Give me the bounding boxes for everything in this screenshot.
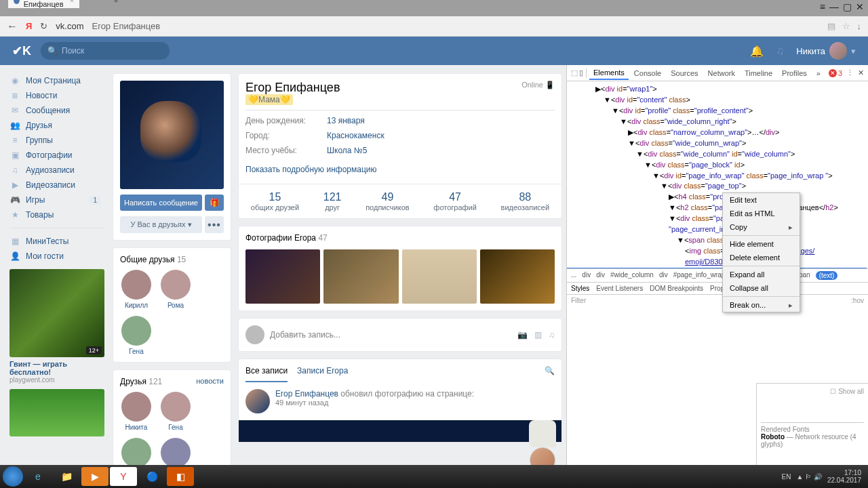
tab-network[interactable]: Network	[704, 67, 739, 79]
menu-icon[interactable]: ≡	[820, 1, 825, 12]
inspect-icon[interactable]: ⬚	[571, 68, 578, 77]
devtools-menu-icon[interactable]: ⋮	[846, 68, 854, 77]
show-more-link[interactable]: Показать подробную информацию	[245, 165, 555, 174]
tab-user-posts[interactable]: Записи Егора	[297, 366, 348, 382]
ctx-delete[interactable]: Delete element	[723, 251, 800, 264]
search-input[interactable]: 🔍 Поиск	[41, 42, 170, 60]
post-input-card[interactable]: Добавить запись... 📷 ▥ ♫	[238, 318, 562, 352]
counter-item[interactable]: 15общих друзей	[251, 191, 299, 211]
ad-image[interactable]: 12+	[9, 269, 104, 357]
profile-photo[interactable]	[120, 81, 224, 189]
ctx-expand[interactable]: Expand all	[723, 268, 800, 281]
counter-item[interactable]: 49подписчиков	[366, 191, 410, 211]
tab-more[interactable]: »	[812, 67, 825, 79]
info-value[interactable]: Школа №5	[327, 146, 367, 155]
media-icon[interactable]: ▶	[81, 467, 108, 486]
ya-icon[interactable]: Я	[26, 21, 32, 31]
counter-item[interactable]: 47фотографий	[433, 191, 477, 211]
sidebar-item[interactable]: 👤Мои гости	[9, 249, 104, 264]
sidebar-item[interactable]: 🎮Игры1	[9, 192, 104, 207]
download-icon[interactable]: ↓	[857, 21, 862, 31]
ad-title[interactable]: Гвинт — играть бесплатно!	[9, 360, 104, 376]
tab-elements[interactable]: Elements	[589, 66, 629, 80]
lock-icon[interactable]: ▤	[827, 21, 835, 31]
minimize-icon[interactable]: —	[829, 1, 839, 12]
close-icon[interactable]: ✕	[856, 1, 864, 12]
music-icon[interactable]: ♫	[549, 330, 555, 340]
assistant-bubble[interactable]	[529, 420, 556, 447]
tab-console[interactable]: Console	[630, 67, 665, 79]
clock-time[interactable]: 17:10	[827, 469, 861, 476]
new-tab-button[interactable]: +	[109, 0, 123, 7]
ctx-collapse[interactable]: Collapse all	[723, 281, 800, 295]
start-button[interactable]	[3, 466, 23, 487]
photo-thumb[interactable]	[323, 249, 398, 304]
devtools-close-icon[interactable]: ✕	[858, 68, 864, 77]
sidebar-item[interactable]: ✉Сообщения	[9, 103, 104, 118]
device-icon[interactable]: ▯	[579, 68, 583, 77]
tab-profiles[interactable]: Profiles	[778, 67, 811, 79]
styles-tabs[interactable]: StylesEvent ListenersDOM BreakpointsProp…	[567, 282, 868, 294]
ctx-break[interactable]: Break on...	[723, 298, 800, 312]
ctx-edit-text[interactable]: Edit text	[723, 193, 800, 207]
friend-item[interactable]: Гена	[159, 392, 192, 431]
sidebar-item[interactable]: ★Товары	[9, 207, 104, 222]
sidebar-item[interactable]: 👥Друзья	[9, 118, 104, 133]
sidebar-item[interactable]: ≡Группы	[9, 133, 104, 148]
gift-button[interactable]: 🎁	[205, 195, 224, 211]
ctx-hide[interactable]: Hide element	[723, 237, 800, 251]
dom-tree[interactable]: ▶<div id="wrap1"> ▼<div id="content" cla…	[567, 81, 868, 268]
sidebar-item[interactable]: ≣Новости	[9, 88, 104, 103]
tray-icons[interactable]: ▲ 🏳 🔊	[796, 473, 821, 481]
counter-item[interactable]: 88видеозаписей	[501, 191, 550, 211]
chrome-icon[interactable]: 🔵	[138, 467, 165, 486]
close-tab-icon[interactable]: ×	[70, 0, 74, 4]
tab-all-posts[interactable]: Все записи	[245, 366, 288, 382]
ad-image-2[interactable]	[9, 389, 104, 436]
sidebar-item[interactable]: ◉Моя Страница	[9, 73, 104, 88]
vk-logo-icon[interactable]: ✔K	[12, 43, 31, 58]
ie-icon[interactable]: e	[24, 467, 52, 486]
post-author-link[interactable]: Егор Епифанцев	[275, 389, 338, 399]
info-value[interactable]: Краснокаменск	[327, 131, 384, 140]
error-count[interactable]: 3	[838, 69, 842, 77]
explorer-icon[interactable]: 📁	[53, 467, 80, 486]
counter-item[interactable]: 121друг	[323, 191, 342, 211]
tab-timeline[interactable]: Timeline	[741, 67, 776, 79]
photo-thumb[interactable]	[402, 249, 477, 304]
sidebar-item[interactable]: ▣Фотографии	[9, 148, 104, 163]
dom-breadcrumb[interactable]: ...divdiv#wide_columndiv#page_info_wrapd…	[567, 268, 868, 282]
more-actions-button[interactable]: •••	[205, 216, 224, 233]
ctx-copy[interactable]: Copy	[723, 220, 800, 234]
star-icon[interactable]: ☆	[842, 21, 850, 31]
music-icon[interactable]: ♫	[776, 45, 784, 57]
write-message-button[interactable]: Написать сообщение	[120, 195, 202, 211]
info-value[interactable]: 13 января	[327, 116, 365, 125]
reload-icon[interactable]: ↻	[40, 21, 47, 31]
lang-indicator[interactable]: EN	[782, 473, 791, 481]
back-button[interactable]: ←	[7, 20, 18, 33]
tab-sources[interactable]: Sources	[667, 67, 702, 79]
sidebar-item[interactable]: ▶Видеозаписи	[9, 178, 104, 192]
app-icon[interactable]: ◧	[167, 467, 194, 486]
ctx-edit-html[interactable]: Edit as HTML	[723, 207, 800, 220]
sidebar-item[interactable]: ▦МиниТесты	[9, 234, 104, 249]
photo-thumb[interactable]	[480, 249, 555, 304]
search-posts-icon[interactable]: 🔍	[545, 366, 555, 382]
friend-item[interactable]: Кирилл	[120, 270, 153, 309]
url-domain[interactable]: vk.com	[56, 21, 83, 31]
news-link[interactable]: новости	[196, 377, 224, 392]
photo-thumb[interactable]	[245, 249, 320, 304]
post-avatar[interactable]	[245, 389, 270, 413]
video-icon[interactable]: ▥	[534, 330, 542, 340]
filter-input[interactable]: Filter	[571, 297, 586, 304]
maximize-icon[interactable]: ▢	[843, 1, 852, 12]
sidebar-item[interactable]: ♫Аудиозаписи	[9, 163, 104, 178]
post-image[interactable]	[239, 420, 561, 442]
friend-item[interactable]: Рома	[159, 270, 192, 309]
hov-toggle[interactable]: :hov	[851, 297, 864, 304]
in-friends-button[interactable]: У Вас в друзьях ▾	[120, 216, 202, 233]
yandex-icon[interactable]: Y	[110, 467, 137, 486]
browser-tab[interactable]: Егор Епифанцев ×	[8, 0, 79, 8]
camera-icon[interactable]: 📷	[517, 330, 528, 340]
